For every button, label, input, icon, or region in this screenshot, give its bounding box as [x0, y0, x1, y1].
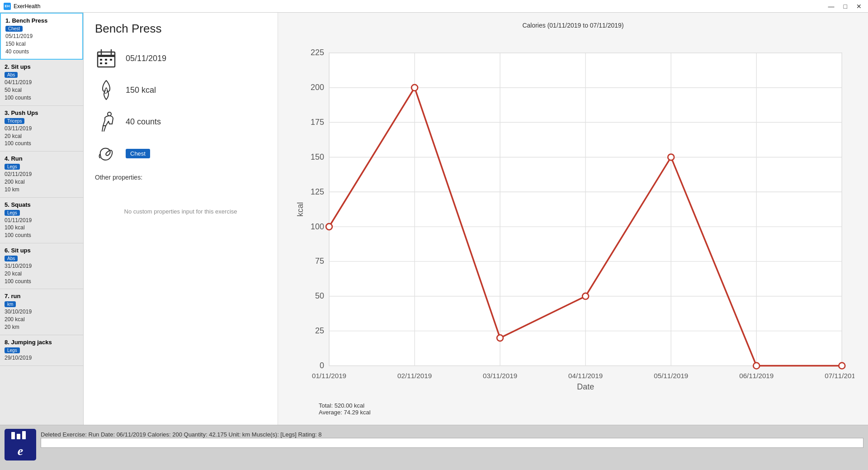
svg-text:25: 25	[315, 326, 324, 335]
sidebar-item-detail: 30/10/2019 200 kcal 20 km	[5, 308, 79, 331]
svg-point-51	[668, 154, 674, 161]
exercise-calories: 150 kcal	[126, 85, 156, 95]
chart-title: Calories (01/11/2019 to 07/11/2019)	[292, 22, 854, 29]
sidebar-item[interactable]: 1. Bench PressChest05/11/2019 150 kcal 4…	[0, 13, 83, 60]
sidebar-item-badge: Abs	[5, 72, 18, 78]
svg-point-52	[753, 363, 760, 369]
date-row: 05/11/2019	[95, 47, 266, 70]
svg-rect-54	[11, 432, 15, 439]
sidebar-item-detail: 01/11/2019 100 kcal 100 counts	[5, 217, 79, 239]
svg-point-47	[326, 223, 332, 230]
svg-text:125: 125	[311, 187, 324, 196]
chart-average: Average: 74.29 kcal	[319, 409, 854, 416]
sidebar-item-badge: Triceps	[5, 118, 24, 124]
exercise-person-icon	[95, 110, 118, 133]
sidebar-item-detail: 05/11/2019 150 kcal 40 counts	[5, 33, 78, 55]
chart-svg: 0 25 50 75 100 125 150 175 200 225 kcal	[292, 33, 854, 398]
calendar-icon	[95, 47, 118, 70]
svg-text:04/11/2019: 04/11/2019	[568, 372, 603, 380]
window-controls: — □ ✕	[826, 2, 864, 11]
sidebar-item-detail: 02/11/2019 200 kcal 10 km	[5, 171, 79, 193]
svg-rect-4	[100, 59, 102, 61]
svg-text:100: 100	[311, 222, 324, 231]
svg-point-9	[108, 112, 111, 116]
fire-icon	[95, 79, 118, 101]
maximize-button[interactable]: □	[841, 2, 850, 11]
svg-text:01/11/2019: 01/11/2019	[312, 372, 346, 380]
sidebar-item-title: 5. Squats	[5, 201, 79, 208]
svg-point-48	[411, 85, 418, 91]
sidebar-item-badge: Legs	[5, 347, 20, 353]
other-properties-label: Other properties:	[95, 174, 266, 181]
sidebar: 1. Bench PressChest05/11/2019 150 kcal 4…	[0, 13, 84, 425]
chart-area: Calories (01/11/2019 to 07/11/2019)	[278, 13, 868, 425]
svg-rect-56	[22, 431, 26, 439]
svg-text:200: 200	[311, 83, 324, 92]
sidebar-item-badge: Chest	[5, 26, 23, 32]
svg-text:03/11/2019: 03/11/2019	[483, 372, 517, 380]
sidebar-item-detail: 31/10/2019 20 kcal 100 counts	[5, 262, 79, 285]
svg-text:07/11/2019: 07/11/2019	[825, 372, 854, 380]
sidebar-item-title: 6. Sit ups	[5, 247, 79, 254]
sidebar-item-detail: 29/10/2019	[5, 354, 79, 362]
sidebar-item-title: 1. Bench Press	[5, 17, 78, 24]
sidebar-item-detail: 04/11/2019 50 kcal 100 counts	[5, 79, 79, 101]
sidebar-item-badge: Legs	[5, 164, 20, 170]
status-message: Deleted Exercise: Run Date: 06/11/2019 C…	[41, 429, 863, 438]
svg-point-49	[497, 335, 503, 341]
sidebar-item-title: 7. run	[5, 293, 79, 299]
sidebar-item[interactable]: 2. Sit upsAbs04/11/2019 50 kcal 100 coun…	[0, 60, 83, 105]
exercise-counts: 40 counts	[126, 117, 161, 127]
sidebar-item[interactable]: 7. runkm30/10/2019 200 kcal 20 km	[0, 289, 83, 335]
sidebar-item-badge: Legs	[5, 210, 20, 216]
logo-e-icon: e	[18, 444, 23, 458]
svg-text:05/11/2019: 05/11/2019	[654, 372, 688, 380]
sidebar-item-title: 2. Sit ups	[5, 63, 79, 70]
svg-point-50	[582, 293, 589, 299]
counts-row: 40 counts	[95, 110, 266, 133]
status-input[interactable]	[41, 438, 863, 448]
svg-text:Date: Date	[577, 382, 594, 391]
svg-rect-5	[105, 59, 107, 61]
svg-rect-55	[17, 434, 20, 439]
muscle-badge: Chest	[126, 149, 150, 158]
minimize-button[interactable]: —	[826, 2, 837, 11]
muscle-icon	[95, 142, 118, 165]
svg-point-53	[839, 363, 845, 369]
muscle-row: Chest	[95, 142, 266, 165]
chart-total: Total: 520.00 kcal	[319, 402, 854, 409]
svg-rect-8	[105, 62, 107, 64]
sidebar-item[interactable]: 5. SquatsLegs01/11/2019 100 kcal 100 cou…	[0, 198, 83, 243]
title-bar: EH ExerHealth — □ ✕	[0, 0, 868, 13]
sidebar-item-badge: Abs	[5, 256, 18, 261]
svg-text:kcal: kcal	[296, 202, 305, 217]
sidebar-item[interactable]: 3. Push UpsTriceps03/11/2019 20 kcal 100…	[0, 106, 83, 152]
exercise-detail-panel: Bench Press 05/11/20	[84, 13, 278, 425]
svg-text:0: 0	[320, 361, 324, 370]
svg-rect-1	[98, 55, 115, 57]
sidebar-item-title: 3. Push Ups	[5, 109, 79, 116]
content-area: Bench Press 05/11/20	[84, 13, 868, 425]
svg-rect-6	[110, 59, 112, 61]
calories-row: 150 kcal	[95, 79, 266, 101]
sidebar-item-title: 8. Jumping jacks	[5, 339, 79, 346]
svg-text:75: 75	[315, 256, 324, 266]
svg-text:06/11/2019: 06/11/2019	[739, 372, 774, 380]
chart-footer: Total: 520.00 kcal Average: 74.29 kcal	[292, 402, 854, 416]
sidebar-item-title: 4. Run	[5, 155, 79, 162]
status-bar: e Deleted Exercise: Run Date: 06/11/2019…	[0, 425, 868, 470]
sidebar-item-badge: km	[5, 301, 16, 307]
sidebar-item[interactable]: 6. Sit upsAbs31/10/2019 20 kcal 100 coun…	[0, 243, 83, 289]
sidebar-item-detail: 03/11/2019 20 kcal 100 counts	[5, 125, 79, 147]
svg-text:150: 150	[311, 152, 324, 161]
no-custom-props-text: No custom properties input for this exer…	[95, 208, 266, 215]
sidebar-item[interactable]: 4. RunLegs02/11/2019 200 kcal 10 km	[0, 152, 83, 197]
app-icon: EH	[4, 3, 11, 10]
exercise-title: Bench Press	[95, 22, 266, 36]
main-container: 1. Bench PressChest05/11/2019 150 kcal 4…	[0, 13, 868, 425]
close-button[interactable]: ✕	[854, 2, 864, 11]
title-bar-title: ExerHealth	[14, 3, 826, 9]
exercise-date: 05/11/2019	[126, 54, 166, 63]
sidebar-item[interactable]: 8. Jumping jacksLegs29/10/2019	[0, 335, 83, 366]
logo-bars-icon	[11, 431, 29, 443]
